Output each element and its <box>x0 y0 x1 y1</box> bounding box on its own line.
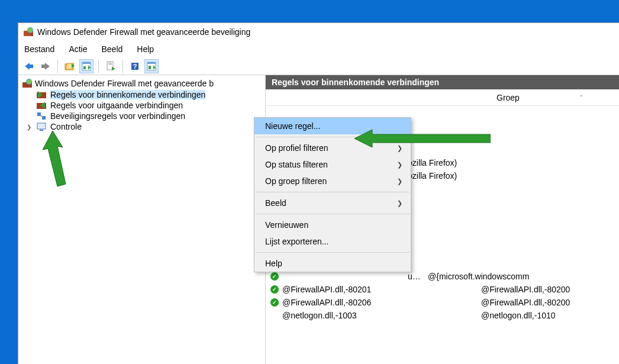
ctx-separator <box>256 192 410 192</box>
title-bar: Windows Defender Firewall met geavanceer… <box>18 23 619 41</box>
svg-text:?: ? <box>133 63 137 70</box>
toolbar-separator <box>57 60 58 73</box>
ctx-view[interactable]: Beeld ❯ <box>254 195 411 211</box>
svg-marker-9 <box>45 63 50 70</box>
rule-group: @netlogon.dll,-1010 <box>481 311 556 320</box>
list-row[interactable]: ✓ @FirewallAPI.dll,-80206 @FirewallAPI.d… <box>266 296 619 309</box>
ctx-filter-status[interactable]: Op status filteren ❯ <box>254 156 411 173</box>
tree-pane: Windows Defender Firewall met geavanceer… <box>18 75 266 364</box>
submenu-arrow-icon: ❯ <box>397 178 402 185</box>
rule-name: @FirewallAPI.dll,-80206 <box>282 298 478 307</box>
view-icon[interactable] <box>79 59 94 73</box>
ctx-refresh[interactable]: Vernieuwen <box>254 217 411 233</box>
ctx-separator <box>256 214 410 214</box>
toolbar: ? <box>18 57 619 75</box>
ctx-filter-group-label: Op groep filteren <box>265 176 327 186</box>
window-title: Windows Defender Firewall met geavanceer… <box>37 27 250 37</box>
toolbar-separator <box>98 60 99 73</box>
svg-rect-38 <box>37 123 46 129</box>
list-row[interactable]: ✓ @FirewallAPI.dll,-80201 @FirewallAPI.d… <box>266 283 619 296</box>
svg-rect-26 <box>149 66 151 69</box>
help-icon[interactable]: ? <box>128 59 142 73</box>
connsec-icon <box>36 111 47 121</box>
svg-rect-20 <box>108 64 112 65</box>
ctx-export-label: Lijst exporteren... <box>265 237 328 246</box>
rule-enabled-icon: ✓ <box>270 285 279 294</box>
ctx-separator <box>256 252 410 253</box>
svg-rect-10 <box>41 65 46 68</box>
svg-rect-8 <box>29 65 33 68</box>
tree-outbound-label: Regels voor uitgaande verbindingen <box>50 101 183 110</box>
tree-root-node[interactable]: Windows Defender Firewall met geavanceer… <box>20 78 264 89</box>
ctx-help[interactable]: Help <box>254 255 411 272</box>
column-header-row[interactable]: Groep ⌃ <box>266 89 619 106</box>
menu-bestand[interactable]: Bestand <box>24 44 54 54</box>
tree-outbound-rules[interactable]: Regels voor uitgaande verbindingen <box>20 100 264 111</box>
submenu-arrow-icon: ❯ <box>397 199 402 207</box>
svg-rect-3 <box>24 34 26 36</box>
rule-group: @FirewallAPI.dll,-80200 <box>481 285 570 294</box>
menu-bar: Bestand Actie Beeld Help <box>18 41 619 57</box>
rule-enabled-icon: ✓ <box>270 272 279 281</box>
list-row[interactable]: @netlogon.dll,-1003 @netlogon.dll,-1010 <box>266 309 619 322</box>
svg-point-30 <box>27 79 31 84</box>
ctx-new-rule[interactable]: Nieuwe regel... <box>254 118 411 134</box>
toolbar-separator <box>122 60 123 73</box>
column-groep[interactable]: Groep <box>497 93 520 102</box>
menu-beeld[interactable]: Beeld <box>102 44 123 54</box>
monitor-icon <box>36 122 47 131</box>
ctx-separator <box>256 137 410 137</box>
nav-back-button[interactable] <box>22 59 36 73</box>
context-menu: Nieuwe regel... Op profiel filteren ❯ Op… <box>254 117 411 272</box>
svg-marker-21 <box>112 67 115 70</box>
expand-icon[interactable]: ❯ <box>25 124 33 130</box>
firewall-app-icon <box>23 27 34 37</box>
rule-name-partial: ozilla Firefox) <box>408 171 457 181</box>
svg-rect-15 <box>82 62 91 64</box>
submenu-arrow-icon: ❯ <box>397 161 402 169</box>
menu-help[interactable]: Help <box>137 44 154 54</box>
ctx-view-label: Beeld <box>265 198 286 208</box>
nav-forward-button[interactable] <box>38 59 53 73</box>
svg-marker-7 <box>25 63 30 70</box>
tree-controle-label: Controle <box>50 122 82 131</box>
svg-rect-39 <box>40 130 43 131</box>
pane-title: Regels voor binnenkomende verbindingen <box>266 75 619 89</box>
svg-point-6 <box>28 28 33 33</box>
rule-group: @FirewallAPI.dll,-80200 <box>481 298 570 307</box>
firewall-root-icon <box>22 78 33 89</box>
tree-inbound-label: Regels voor binnenkomende verbindingen <box>50 90 205 99</box>
ctx-filter-status-label: Op status filteren <box>265 160 328 169</box>
svg-rect-16 <box>83 66 86 69</box>
export-icon[interactable] <box>104 59 118 73</box>
tree-connsec-label: Beveiligingsregels voor verbindingen <box>50 111 185 121</box>
svg-rect-19 <box>108 63 112 63</box>
ctx-filter-profile[interactable]: Op profiel filteren ❯ <box>254 140 411 156</box>
tree-inbound-rules[interactable]: Regels voor binnenkomende verbindingen <box>20 89 264 100</box>
rule-enabled-icon: ✓ <box>270 298 279 307</box>
ctx-filter-group[interactable]: Op groep filteren ❯ <box>254 173 411 189</box>
rule-group: @{microsoft.windowscomm <box>428 272 529 281</box>
rule-name: @FirewallAPI.dll,-80201 <box>282 285 478 294</box>
rule-name: unicationsapp... <box>282 272 424 281</box>
inbound-icon <box>36 90 47 99</box>
sort-caret-icon: ⌃ <box>579 94 583 101</box>
open-icon[interactable] <box>63 59 77 73</box>
tree-controle[interactable]: ❯ Controle <box>20 121 264 132</box>
svg-rect-25 <box>147 62 156 64</box>
ctx-new-rule-label: Nieuwe regel... <box>265 121 320 131</box>
menu-actie[interactable]: Actie <box>69 44 87 54</box>
outbound-icon <box>36 101 47 110</box>
submenu-arrow-icon: ❯ <box>397 144 402 152</box>
tree-connsec-rules[interactable]: Beveiligingsregels voor verbindingen <box>20 111 264 121</box>
svg-rect-4 <box>27 34 31 36</box>
tree-root-label: Windows Defender Firewall met geavanceer… <box>35 79 214 88</box>
rule-name-partial: ozilla Firefox) <box>408 158 457 167</box>
svg-rect-1 <box>24 31 28 33</box>
ctx-export[interactable]: Lijst exporteren... <box>254 233 411 250</box>
view2-icon[interactable] <box>144 59 159 73</box>
ctx-filter-profile-label: Op profiel filteren <box>265 143 328 153</box>
ctx-help-label: Help <box>265 259 282 268</box>
ctx-refresh-label: Vernieuwen <box>265 220 308 230</box>
rule-name: @netlogon.dll,-1003 <box>282 311 478 320</box>
